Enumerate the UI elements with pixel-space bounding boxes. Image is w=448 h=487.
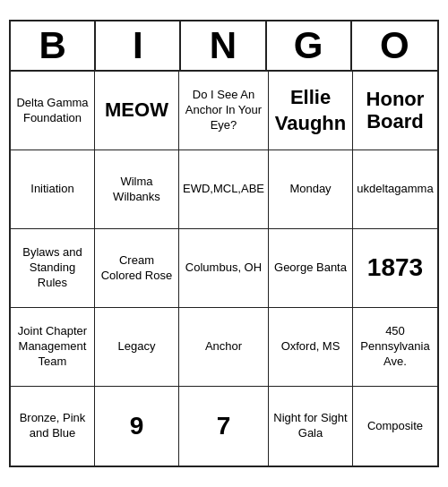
bingo-cell-5: Initiation (11, 150, 95, 229)
bingo-cell-2: Do I See An Anchor In Your Eye? (179, 72, 269, 150)
bingo-cell-8: Monday (269, 150, 353, 229)
bingo-grid: Delta Gamma FoundationMEOWDo I See An An… (11, 72, 437, 466)
bingo-cell-7: EWD,MCL,ABE (179, 150, 269, 229)
bingo-cell-6: Wilma Wilbanks (95, 150, 179, 229)
bingo-cell-15: Joint Chapter Management Team (11, 308, 95, 387)
bingo-cell-13: George Banta (269, 229, 353, 308)
bingo-cell-1: MEOW (95, 72, 179, 150)
bingo-cell-23: Night for Sight Gala (269, 387, 353, 466)
bingo-card: BINGO Delta Gamma FoundationMEOWDo I See… (9, 20, 439, 467)
bingo-cell-17: Anchor (179, 308, 269, 387)
bingo-cell-20: Bronze, Pink and Blue (11, 387, 95, 466)
bingo-cell-9: ukdeltagamma (353, 150, 437, 229)
bingo-cell-0: Delta Gamma Foundation (11, 72, 95, 150)
bingo-cell-12: Columbus, OH (179, 229, 269, 308)
bingo-cell-16: Legacy (95, 308, 179, 387)
header-letter-g: G (267, 21, 352, 70)
bingo-cell-24: Composite (353, 387, 437, 466)
bingo-cell-10: Bylaws and Standing Rules (11, 229, 95, 308)
bingo-cell-3: Ellie Vaughn (269, 72, 353, 150)
bingo-cell-14: 1873 (353, 229, 437, 308)
header-letter-n: N (181, 21, 266, 70)
bingo-cell-21: 9 (95, 387, 179, 466)
header-letter-o: O (352, 21, 437, 70)
bingo-cell-19: 450 Pennsylvania Ave. (353, 308, 437, 387)
bingo-header: BINGO (11, 21, 437, 72)
bingo-cell-18: Oxford, MS (269, 308, 353, 387)
header-letter-b: B (11, 21, 96, 70)
header-letter-i: I (96, 21, 181, 70)
bingo-cell-22: 7 (179, 387, 269, 466)
bingo-cell-4: Honor Board (353, 72, 437, 150)
bingo-cell-11: Cream Colored Rose (95, 229, 179, 308)
